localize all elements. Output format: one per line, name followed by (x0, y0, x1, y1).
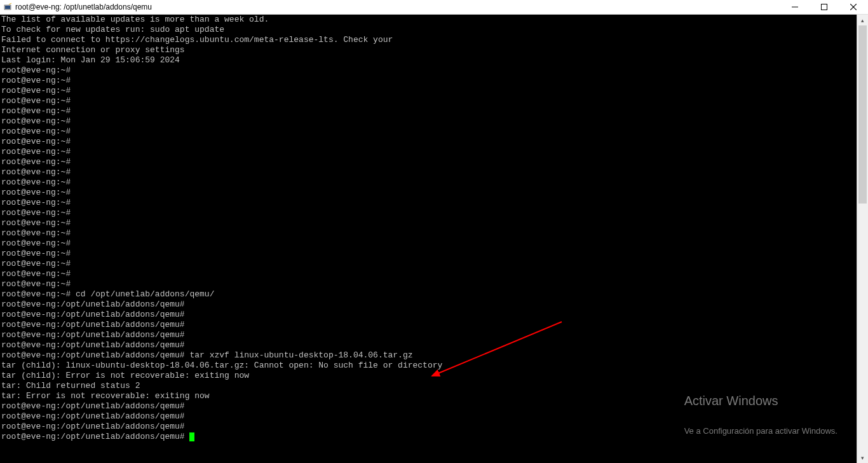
terminal-line: root@eve-ng:/opt/unetlab/addons/qemu# (1, 422, 855, 432)
terminal-line: root@eve-ng:~# (1, 198, 855, 208)
minimize-button[interactable] (780, 0, 810, 14)
terminal-line: root@eve-ng:~# (1, 106, 855, 116)
titlebar[interactable]: root@eve-ng: /opt/unetlab/addons/qemu (0, 0, 868, 15)
terminal-area: The list of available updates is more th… (0, 15, 868, 463)
terminal-line: root@eve-ng:~# (1, 127, 855, 137)
svg-line-2 (9, 3, 11, 4)
terminal-line: root@eve-ng:~# (1, 76, 855, 86)
terminal-line: root@eve-ng:~# (1, 167, 855, 177)
terminal-line: root@eve-ng:~# (1, 96, 855, 106)
terminal-line: root@eve-ng:/opt/unetlab/addons/qemu# (1, 401, 855, 411)
terminal-line: root@eve-ng:~# (1, 188, 855, 198)
terminal-line: root@eve-ng:~# (1, 269, 855, 279)
scrollbar-up-arrow[interactable]: ▴ (857, 15, 868, 25)
terminal-line: root@eve-ng:~# (1, 259, 855, 269)
svg-rect-4 (822, 4, 827, 10)
terminal-line: Failed to connect to https://changelogs.… (1, 35, 855, 45)
svg-rect-1 (5, 6, 10, 9)
terminal-line: root@eve-ng:~# cd /opt/unetlab/addons/qe… (1, 289, 855, 300)
terminal-line: root@eve-ng:/opt/unetlab/addons/qemu# (1, 330, 855, 340)
putty-icon (4, 3, 13, 11)
terminal-prompt-line: root@eve-ng:/opt/unetlab/addons/qemu# (1, 432, 855, 442)
vertical-scrollbar[interactable]: ▴ ▾ (857, 15, 868, 463)
terminal-line: root@eve-ng:~# (1, 86, 855, 96)
terminal-line: tar (child): linux-ubuntu-desktop-18.04.… (1, 361, 855, 371)
terminal-prompt: root@eve-ng:/opt/unetlab/addons/qemu# (1, 432, 189, 441)
terminal-line: The list of available updates is more th… (1, 15, 855, 25)
terminal-line: root@eve-ng:~# (1, 208, 855, 218)
terminal-line: root@eve-ng:~# (1, 66, 855, 76)
putty-window: root@eve-ng: /opt/unetlab/addons/qemu Th… (0, 0, 868, 463)
terminal-line: root@eve-ng:~# (1, 238, 855, 249)
terminal[interactable]: The list of available updates is more th… (0, 15, 857, 463)
terminal-output: The list of available updates is more th… (1, 15, 855, 442)
window-title: root@eve-ng: /opt/unetlab/addons/qemu (15, 3, 152, 11)
terminal-line: root@eve-ng:~# (1, 157, 855, 167)
terminal-line: root@eve-ng:~# (1, 279, 855, 289)
terminal-line: tar: Child returned status 2 (1, 381, 855, 391)
terminal-line: tar: Error is not recoverable: exiting n… (1, 391, 855, 401)
terminal-line: root@eve-ng:/opt/unetlab/addons/qemu# (1, 320, 855, 330)
terminal-line: Last login: Mon Jan 29 15:06:59 2024 (1, 55, 855, 66)
terminal-line: tar (child): Error is not recoverable: e… (1, 371, 855, 381)
terminal-line: root@eve-ng:~# (1, 137, 855, 147)
terminal-line: root@eve-ng:~# (1, 228, 855, 238)
terminal-line: root@eve-ng:~# (1, 218, 855, 228)
maximize-button[interactable] (810, 0, 839, 14)
terminal-line: root@eve-ng:/opt/unetlab/addons/qemu# (1, 310, 855, 320)
terminal-line: root@eve-ng:/opt/unetlab/addons/qemu# (1, 340, 855, 350)
scrollbar-down-arrow[interactable]: ▾ (857, 452, 868, 463)
terminal-line: To check for new updates run: sudo apt u… (1, 25, 855, 35)
terminal-line: root@eve-ng:/opt/unetlab/addons/qemu# (1, 300, 855, 310)
terminal-line: root@eve-ng:~# (1, 147, 855, 157)
terminal-line: root@eve-ng:/opt/unetlab/addons/qemu# (1, 411, 855, 422)
terminal-line: root@eve-ng:/opt/unetlab/addons/qemu# ta… (1, 350, 855, 361)
terminal-line: root@eve-ng:~# (1, 116, 855, 127)
scrollbar-thumb[interactable] (858, 25, 867, 204)
terminal-line: Internet connection or proxy settings (1, 45, 855, 55)
terminal-line: root@eve-ng:~# (1, 177, 855, 188)
close-button[interactable] (839, 0, 868, 14)
terminal-line: root@eve-ng:~# (1, 249, 855, 259)
window-controls (780, 0, 868, 14)
terminal-cursor (189, 432, 194, 441)
